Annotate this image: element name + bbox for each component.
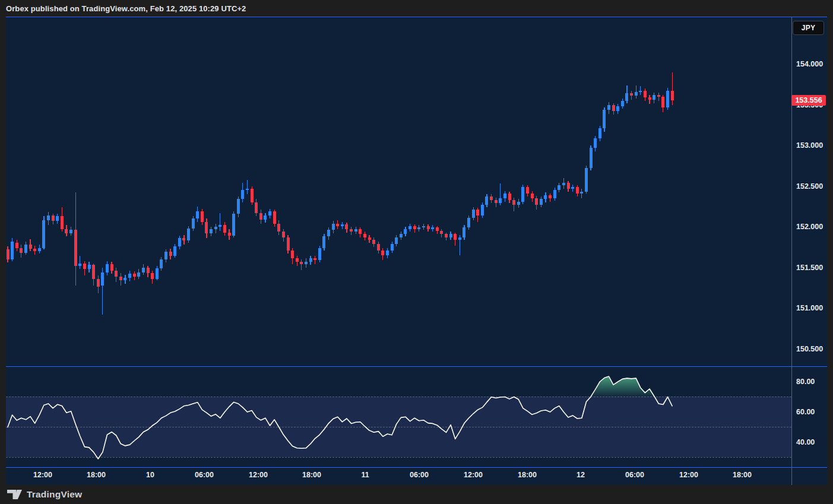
price-tick-label: 151.000 <box>796 303 823 313</box>
time-tick-label: 06:00 <box>616 470 654 480</box>
price-tick-label: 150.500 <box>796 344 823 354</box>
attribution-bar: Orbex published on TradingView.com, Feb … <box>0 0 833 17</box>
candlestick-series <box>7 72 674 315</box>
price-tick-label: 153.000 <box>796 141 823 150</box>
time-tick-label: 06:00 <box>185 470 223 480</box>
rsi-tick-label: 80.00 <box>796 377 815 386</box>
tradingview-brand-text[interactable]: TradingView <box>27 489 82 500</box>
last-price-text: 153.556 <box>795 96 822 104</box>
time-tick-label: 18:00 <box>723 470 761 480</box>
price-tick-label: 152.000 <box>796 222 823 232</box>
rsi-tick-label: 60.00 <box>796 407 815 417</box>
time-tick-label: 12:00 <box>454 470 492 480</box>
currency-badge[interactable]: JPY <box>793 21 824 35</box>
time-tick-label: 12:00 <box>239 470 277 480</box>
tradingview-logo-icon[interactable] <box>7 490 22 499</box>
time-tick-label: 18:00 <box>508 470 546 480</box>
tradingview-published-chart: Orbex published on TradingView.com, Feb … <box>0 0 833 504</box>
attribution-text: Orbex published on TradingView.com, Feb … <box>6 4 246 13</box>
footer-bar: TradingView <box>0 485 833 504</box>
price-tick-label: 151.500 <box>796 263 823 272</box>
price-tick-label: 152.500 <box>796 182 823 191</box>
time-tick-label: 12 <box>562 470 600 480</box>
pane-separator[interactable] <box>6 366 827 367</box>
time-tick-label: 06:00 <box>400 470 438 480</box>
chart-area[interactable]: 154.000153.500153.000152.500152.000151.5… <box>6 17 827 485</box>
time-tick-label: 12:00 <box>670 470 708 480</box>
last-price-badge: 153.556 <box>791 95 826 106</box>
rsi-line-series <box>8 376 672 459</box>
time-tick-label: 18:00 <box>293 470 331 480</box>
price-tick-label: 154.000 <box>796 59 823 69</box>
chart-canvas[interactable] <box>6 17 827 485</box>
time-tick-label: 11 <box>346 470 384 480</box>
currency-badge-label: JPY <box>802 24 816 32</box>
time-axis-border <box>6 467 827 468</box>
time-tick-label: 12:00 <box>24 470 62 480</box>
time-tick-label: 18:00 <box>77 470 115 480</box>
time-tick-label: 10 <box>131 470 169 480</box>
rsi-tick-label: 40.00 <box>796 438 815 447</box>
price-axis-border <box>791 17 792 485</box>
pane-border-top <box>6 17 827 17</box>
rsi-overbought-fill <box>591 376 655 397</box>
